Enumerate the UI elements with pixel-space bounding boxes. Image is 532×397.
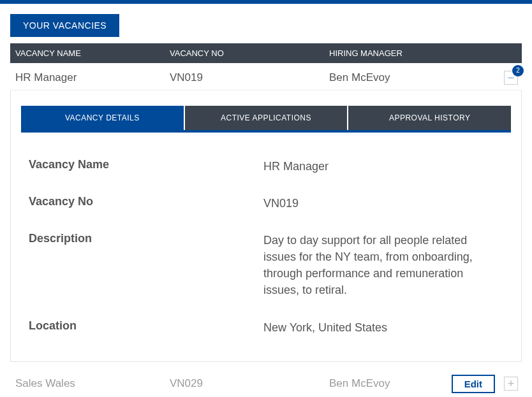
field-label-desc: Description — [21, 232, 263, 298]
tabs-underline — [21, 130, 511, 133]
table-row: HR Manager VN019 Ben McEvoy − 2 — [10, 63, 522, 90]
cell-no: VN029 — [170, 377, 329, 390]
field-value-loc: New York, United States — [263, 319, 511, 336]
field-row-loc: Location New York, United States — [21, 319, 511, 336]
field-value-no: VN019 — [263, 195, 511, 212]
plus-icon: + — [508, 378, 515, 389]
field-label-loc: Location — [21, 319, 263, 336]
cell-name: HR Manager — [10, 71, 170, 84]
cell-name: Sales Wales — [10, 377, 170, 390]
details-panel: VACANCY DETAILS ACTIVE APPLICATIONS APPR… — [10, 90, 522, 362]
header-row: YOUR VACANCIES — [0, 4, 532, 41]
your-vacancies-button[interactable]: YOUR VACANCIES — [10, 14, 119, 37]
tab-approval-history[interactable]: APPROVAL HISTORY — [348, 106, 511, 130]
col-header-name: VACANCY NAME — [10, 48, 170, 58]
tab-active-applications[interactable]: ACTIVE APPLICATIONS — [185, 106, 348, 130]
field-row-name: Vacancy Name HR Manager — [21, 158, 511, 175]
field-value-desc: Day to day support for all people relate… — [263, 232, 511, 298]
field-label-name: Vacancy Name — [21, 158, 263, 175]
field-row-desc: Description Day to day support for all p… — [21, 232, 511, 298]
edit-button[interactable]: Edit — [452, 375, 495, 393]
table-row: Sales Wales VN029 Ben McEvoy Edit + — [10, 367, 522, 396]
field-value-name: HR Manager — [263, 158, 511, 175]
tab-vacancy-details[interactable]: VACANCY DETAILS — [21, 106, 184, 130]
field-row-no: Vacancy No VN019 — [21, 195, 511, 212]
col-header-no: VACANCY NO — [170, 48, 329, 58]
collapse-button[interactable]: − 2 — [504, 71, 518, 85]
tabs: VACANCY DETAILS ACTIVE APPLICATIONS APPR… — [21, 106, 511, 130]
expand-button[interactable]: + — [504, 377, 518, 391]
table-header: VACANCY NAME VACANCY NO HIRING MANAGER — [10, 43, 522, 63]
field-label-no: Vacancy No — [21, 195, 263, 212]
cell-mgr: Ben McEvoy — [329, 71, 484, 84]
count-badge: 2 — [512, 65, 524, 76]
cell-mgr: Ben McEvoy — [329, 377, 445, 390]
col-header-mgr: HIRING MANAGER — [329, 48, 484, 58]
cell-no: VN019 — [170, 71, 329, 84]
